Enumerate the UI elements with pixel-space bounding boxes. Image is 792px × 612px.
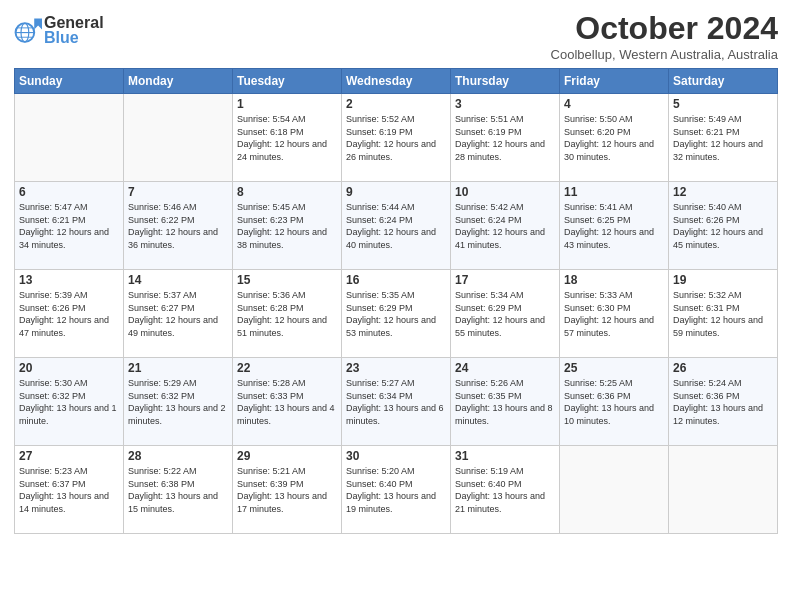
day-number: 27 bbox=[19, 449, 119, 463]
day-info: Sunrise: 5:30 AM Sunset: 6:32 PM Dayligh… bbox=[19, 377, 119, 427]
day-header-thursday: Thursday bbox=[451, 69, 560, 94]
day-info: Sunrise: 5:51 AM Sunset: 6:19 PM Dayligh… bbox=[455, 113, 555, 163]
calendar-cell: 31Sunrise: 5:19 AM Sunset: 6:40 PM Dayli… bbox=[451, 446, 560, 534]
day-number: 15 bbox=[237, 273, 337, 287]
calendar-cell: 8Sunrise: 5:45 AM Sunset: 6:23 PM Daylig… bbox=[233, 182, 342, 270]
day-info: Sunrise: 5:25 AM Sunset: 6:36 PM Dayligh… bbox=[564, 377, 664, 427]
day-number: 26 bbox=[673, 361, 773, 375]
week-row-1: 6Sunrise: 5:47 AM Sunset: 6:21 PM Daylig… bbox=[15, 182, 778, 270]
calendar-cell: 17Sunrise: 5:34 AM Sunset: 6:29 PM Dayli… bbox=[451, 270, 560, 358]
calendar-cell: 10Sunrise: 5:42 AM Sunset: 6:24 PM Dayli… bbox=[451, 182, 560, 270]
day-info: Sunrise: 5:32 AM Sunset: 6:31 PM Dayligh… bbox=[673, 289, 773, 339]
calendar-cell bbox=[124, 94, 233, 182]
day-info: Sunrise: 5:29 AM Sunset: 6:32 PM Dayligh… bbox=[128, 377, 228, 427]
calendar-cell: 2Sunrise: 5:52 AM Sunset: 6:19 PM Daylig… bbox=[342, 94, 451, 182]
day-number: 12 bbox=[673, 185, 773, 199]
day-number: 11 bbox=[564, 185, 664, 199]
day-number: 31 bbox=[455, 449, 555, 463]
calendar-cell: 3Sunrise: 5:51 AM Sunset: 6:19 PM Daylig… bbox=[451, 94, 560, 182]
day-info: Sunrise: 5:20 AM Sunset: 6:40 PM Dayligh… bbox=[346, 465, 446, 515]
calendar-cell: 6Sunrise: 5:47 AM Sunset: 6:21 PM Daylig… bbox=[15, 182, 124, 270]
day-info: Sunrise: 5:50 AM Sunset: 6:20 PM Dayligh… bbox=[564, 113, 664, 163]
calendar-cell: 27Sunrise: 5:23 AM Sunset: 6:37 PM Dayli… bbox=[15, 446, 124, 534]
day-info: Sunrise: 5:19 AM Sunset: 6:40 PM Dayligh… bbox=[455, 465, 555, 515]
calendar-cell: 22Sunrise: 5:28 AM Sunset: 6:33 PM Dayli… bbox=[233, 358, 342, 446]
day-info: Sunrise: 5:35 AM Sunset: 6:29 PM Dayligh… bbox=[346, 289, 446, 339]
day-info: Sunrise: 5:41 AM Sunset: 6:25 PM Dayligh… bbox=[564, 201, 664, 251]
header: General Blue October 2024 Coolbellup, We… bbox=[14, 10, 778, 62]
calendar-cell: 1Sunrise: 5:54 AM Sunset: 6:18 PM Daylig… bbox=[233, 94, 342, 182]
day-info: Sunrise: 5:21 AM Sunset: 6:39 PM Dayligh… bbox=[237, 465, 337, 515]
day-header-friday: Friday bbox=[560, 69, 669, 94]
calendar-table: SundayMondayTuesdayWednesdayThursdayFrid… bbox=[14, 68, 778, 534]
day-info: Sunrise: 5:44 AM Sunset: 6:24 PM Dayligh… bbox=[346, 201, 446, 251]
month-title: October 2024 bbox=[551, 10, 778, 47]
page: General Blue October 2024 Coolbellup, We… bbox=[0, 0, 792, 612]
day-info: Sunrise: 5:27 AM Sunset: 6:34 PM Dayligh… bbox=[346, 377, 446, 427]
calendar-cell: 11Sunrise: 5:41 AM Sunset: 6:25 PM Dayli… bbox=[560, 182, 669, 270]
calendar-cell: 30Sunrise: 5:20 AM Sunset: 6:40 PM Dayli… bbox=[342, 446, 451, 534]
day-number: 16 bbox=[346, 273, 446, 287]
title-section: October 2024 Coolbellup, Western Austral… bbox=[551, 10, 778, 62]
day-header-monday: Monday bbox=[124, 69, 233, 94]
day-number: 5 bbox=[673, 97, 773, 111]
day-info: Sunrise: 5:26 AM Sunset: 6:35 PM Dayligh… bbox=[455, 377, 555, 427]
week-row-3: 20Sunrise: 5:30 AM Sunset: 6:32 PM Dayli… bbox=[15, 358, 778, 446]
day-header-tuesday: Tuesday bbox=[233, 69, 342, 94]
day-number: 7 bbox=[128, 185, 228, 199]
day-number: 28 bbox=[128, 449, 228, 463]
day-number: 29 bbox=[237, 449, 337, 463]
week-row-4: 27Sunrise: 5:23 AM Sunset: 6:37 PM Dayli… bbox=[15, 446, 778, 534]
calendar-cell: 20Sunrise: 5:30 AM Sunset: 6:32 PM Dayli… bbox=[15, 358, 124, 446]
day-info: Sunrise: 5:36 AM Sunset: 6:28 PM Dayligh… bbox=[237, 289, 337, 339]
calendar-cell bbox=[15, 94, 124, 182]
day-info: Sunrise: 5:54 AM Sunset: 6:18 PM Dayligh… bbox=[237, 113, 337, 163]
day-number: 1 bbox=[237, 97, 337, 111]
day-number: 17 bbox=[455, 273, 555, 287]
calendar-cell: 14Sunrise: 5:37 AM Sunset: 6:27 PM Dayli… bbox=[124, 270, 233, 358]
day-number: 21 bbox=[128, 361, 228, 375]
calendar-cell: 25Sunrise: 5:25 AM Sunset: 6:36 PM Dayli… bbox=[560, 358, 669, 446]
day-info: Sunrise: 5:45 AM Sunset: 6:23 PM Dayligh… bbox=[237, 201, 337, 251]
day-number: 20 bbox=[19, 361, 119, 375]
calendar-cell: 19Sunrise: 5:32 AM Sunset: 6:31 PM Dayli… bbox=[669, 270, 778, 358]
day-info: Sunrise: 5:22 AM Sunset: 6:38 PM Dayligh… bbox=[128, 465, 228, 515]
day-number: 9 bbox=[346, 185, 446, 199]
day-info: Sunrise: 5:39 AM Sunset: 6:26 PM Dayligh… bbox=[19, 289, 119, 339]
day-header-wednesday: Wednesday bbox=[342, 69, 451, 94]
day-number: 6 bbox=[19, 185, 119, 199]
calendar-body: 1Sunrise: 5:54 AM Sunset: 6:18 PM Daylig… bbox=[15, 94, 778, 534]
day-number: 23 bbox=[346, 361, 446, 375]
day-info: Sunrise: 5:24 AM Sunset: 6:36 PM Dayligh… bbox=[673, 377, 773, 427]
day-number: 2 bbox=[346, 97, 446, 111]
calendar-cell bbox=[669, 446, 778, 534]
calendar-cell: 7Sunrise: 5:46 AM Sunset: 6:22 PM Daylig… bbox=[124, 182, 233, 270]
calendar-cell: 28Sunrise: 5:22 AM Sunset: 6:38 PM Dayli… bbox=[124, 446, 233, 534]
day-info: Sunrise: 5:33 AM Sunset: 6:30 PM Dayligh… bbox=[564, 289, 664, 339]
day-info: Sunrise: 5:49 AM Sunset: 6:21 PM Dayligh… bbox=[673, 113, 773, 163]
day-header-sunday: Sunday bbox=[15, 69, 124, 94]
day-number: 18 bbox=[564, 273, 664, 287]
day-info: Sunrise: 5:34 AM Sunset: 6:29 PM Dayligh… bbox=[455, 289, 555, 339]
logo-icon bbox=[14, 17, 42, 45]
day-info: Sunrise: 5:37 AM Sunset: 6:27 PM Dayligh… bbox=[128, 289, 228, 339]
day-number: 19 bbox=[673, 273, 773, 287]
day-header-saturday: Saturday bbox=[669, 69, 778, 94]
calendar-cell: 18Sunrise: 5:33 AM Sunset: 6:30 PM Dayli… bbox=[560, 270, 669, 358]
day-info: Sunrise: 5:42 AM Sunset: 6:24 PM Dayligh… bbox=[455, 201, 555, 251]
day-number: 10 bbox=[455, 185, 555, 199]
calendar-header: SundayMondayTuesdayWednesdayThursdayFrid… bbox=[15, 69, 778, 94]
day-number: 3 bbox=[455, 97, 555, 111]
day-info: Sunrise: 5:52 AM Sunset: 6:19 PM Dayligh… bbox=[346, 113, 446, 163]
location-subtitle: Coolbellup, Western Australia, Australia bbox=[551, 47, 778, 62]
day-number: 8 bbox=[237, 185, 337, 199]
calendar-cell: 4Sunrise: 5:50 AM Sunset: 6:20 PM Daylig… bbox=[560, 94, 669, 182]
day-info: Sunrise: 5:28 AM Sunset: 6:33 PM Dayligh… bbox=[237, 377, 337, 427]
day-number: 30 bbox=[346, 449, 446, 463]
day-info: Sunrise: 5:23 AM Sunset: 6:37 PM Dayligh… bbox=[19, 465, 119, 515]
day-info: Sunrise: 5:47 AM Sunset: 6:21 PM Dayligh… bbox=[19, 201, 119, 251]
calendar-cell: 23Sunrise: 5:27 AM Sunset: 6:34 PM Dayli… bbox=[342, 358, 451, 446]
calendar-cell: 5Sunrise: 5:49 AM Sunset: 6:21 PM Daylig… bbox=[669, 94, 778, 182]
calendar-cell: 15Sunrise: 5:36 AM Sunset: 6:28 PM Dayli… bbox=[233, 270, 342, 358]
day-number: 14 bbox=[128, 273, 228, 287]
